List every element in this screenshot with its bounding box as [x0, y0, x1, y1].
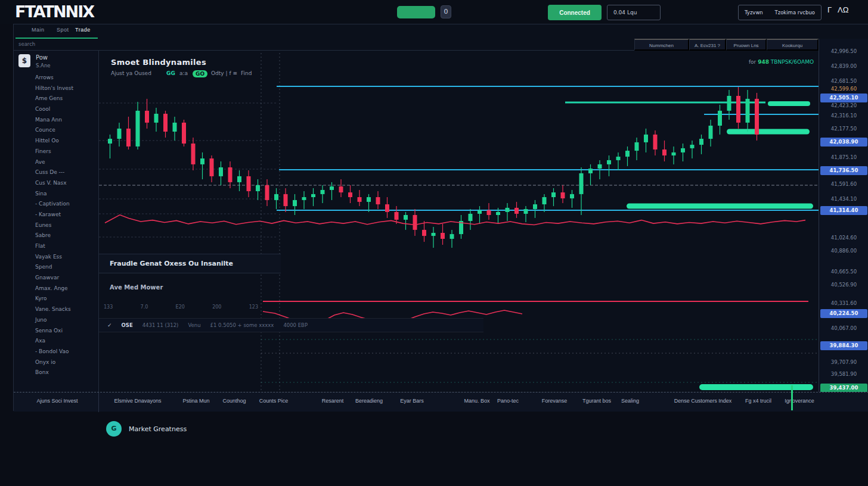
tab-trade[interactable]: Trade	[75, 27, 91, 33]
watchlist-item[interactable]: Vane. Snacks	[14, 306, 98, 317]
candle	[533, 204, 537, 209]
series-value-3: £1 0.5050 + some xxxxx	[210, 322, 274, 328]
price-level-badge[interactable]: 42,505.10	[820, 94, 867, 102]
watchlist-item[interactable]: Counce	[14, 127, 98, 138]
supply-demand-zone[interactable]	[627, 204, 813, 209]
bottom-toolbar-item[interactable]: Eyar Bars	[400, 398, 424, 404]
price-level-badge[interactable]: 39,884.30	[820, 341, 867, 350]
account-box[interactable]: Tyzvwn Tzokima rvcbuo	[738, 5, 822, 20]
watchlist-item[interactable]: Flat	[14, 243, 98, 254]
price-level-badge[interactable]: 39,437.00	[820, 384, 867, 392]
odty-control[interactable]: Odty | f ≡	[211, 70, 237, 76]
bottom-toolbar-item[interactable]: Counts Pice	[259, 398, 289, 404]
supply-demand-zone[interactable]	[727, 129, 810, 135]
tab-spot[interactable]: Spot	[57, 27, 69, 33]
bottom-toolbar-item[interactable]: Ignoverance	[785, 398, 814, 404]
candle	[404, 215, 408, 220]
indicator-tick: 133	[104, 304, 113, 310]
candle	[376, 197, 380, 204]
watchlist-item[interactable]: Arrows	[14, 74, 98, 85]
watchlist-item[interactable]: Eunes	[14, 222, 98, 233]
find-control[interactable]: Find	[241, 70, 252, 76]
watchlist-item[interactable]: Sina	[14, 191, 98, 201]
bracket-icon[interactable]: Γ	[827, 5, 832, 14]
watchlist-item[interactable]: Cuss De ---	[14, 169, 98, 180]
watchlist-item[interactable]: Onyx io	[14, 359, 98, 370]
price-level-badge[interactable]: 41,736.50	[820, 166, 867, 175]
tab-main[interactable]: Main	[32, 27, 45, 33]
watchlist-item[interactable]: Bonx	[14, 369, 98, 380]
bottom-toolbar-item[interactable]: Elsmive Dnavayons	[114, 398, 161, 404]
chart-tab-3[interactable]: Pruown Lns	[726, 39, 767, 51]
bottom-toolbar-item[interactable]: Dense Customers Index	[674, 398, 732, 404]
watchlist-item[interactable]: Kyro	[14, 295, 98, 306]
bottom-toolbar-item[interactable]: Pstina Mun	[182, 398, 209, 404]
connected-button[interactable]: Connected	[548, 5, 602, 20]
watchlist-item[interactable]: Juno	[14, 317, 98, 328]
bottom-toolbar-item[interactable]: Counthog	[222, 398, 246, 404]
supply-demand-zone[interactable]	[699, 384, 813, 390]
chart-tab-1[interactable]: Nummchen	[634, 39, 689, 51]
watchlist-item[interactable]: Axa	[14, 338, 98, 348]
watchlist-item[interactable]: Mana Ann	[14, 117, 98, 127]
bottom-toolbar-item[interactable]: Ajuns Soci Invest	[36, 398, 78, 404]
price-axis-label: 42,996.50	[819, 48, 868, 54]
bottom-toolbar-item[interactable]: Fg x4 trucil	[745, 398, 771, 404]
watchlist-item[interactable]: Vayak Ess	[14, 254, 98, 264]
status-pill[interactable]	[397, 6, 435, 18]
series-value-4: 4000 EBP	[283, 322, 308, 328]
bottom-toolbar-item[interactable]: Forevanse	[542, 398, 568, 404]
search-input[interactable]: search	[18, 41, 35, 47]
go-toggle[interactable]: GO	[193, 70, 207, 77]
overlay-value: 948	[758, 59, 769, 65]
gg-toggle[interactable]: GG	[166, 70, 175, 76]
price-level-badge[interactable]: 41,314.40	[820, 206, 867, 215]
bottom-toolbar-item[interactable]: Pano-tec	[497, 398, 519, 404]
indicator-series-row[interactable]: ✓ OSE 4431 11 (312) Venu £1 0.5050 + som…	[99, 318, 483, 332]
bottom-toolbar-item[interactable]: Manu. Box	[464, 398, 489, 404]
watchlist-item[interactable]: Ave	[14, 159, 98, 170]
balance-box[interactable]: 0.04 Lqu	[607, 5, 661, 20]
watchlist-head[interactable]: $ Pow S.Ane	[18, 54, 51, 68]
notification-count-badge[interactable]: 0	[441, 5, 451, 18]
candle	[302, 197, 306, 200]
price-axis-label: 40,526.90	[819, 282, 868, 288]
profile-icon[interactable]: ΛΩ	[838, 5, 848, 14]
price-axis-label: 41,591.60	[819, 181, 868, 187]
check-icon[interactable]: ✓	[107, 322, 112, 328]
chart-tab-2[interactable]: A. Ecv231 ?	[689, 39, 726, 51]
candle	[681, 148, 685, 152]
price-level-badge[interactable]: 42,038.90	[820, 138, 867, 147]
chart-tab-4[interactable]: Kookurqu	[767, 39, 819, 51]
watchlist-item[interactable]: - Karawet	[14, 211, 98, 222]
watchlist-item[interactable]: - Bondol Vao	[14, 348, 98, 359]
candle	[247, 176, 251, 191]
watchlist-item[interactable]: Gnawvar	[14, 275, 98, 285]
candlestick-chart-canvas[interactable]	[99, 51, 819, 392]
watchlist-item[interactable]: Finers	[14, 148, 98, 159]
watchlist-head-sub: S.Ane	[36, 63, 51, 68]
bottom-toolbar-item[interactable]: Tgurant bos	[582, 398, 611, 404]
bottom-toolbar-item[interactable]: Sealing	[621, 398, 639, 404]
price-axis-label: 40,067.00	[819, 325, 868, 331]
watchlist-item[interactable]: Sabre	[14, 232, 98, 243]
watchlist-item[interactable]: Hilton's Invest	[14, 85, 98, 96]
bottom-toolbar-item[interactable]: Bereadieng	[355, 398, 383, 404]
price-level-badge[interactable]: 40,224.50	[820, 309, 867, 318]
watchlist-item[interactable]: Hittel Oo	[14, 138, 98, 148]
watchlist-item[interactable]: Ame Gens	[14, 95, 98, 106]
watchlist-item[interactable]: Amax. Ange	[14, 285, 98, 296]
watchlist-item[interactable]: Senna Oxi	[14, 328, 98, 338]
bottom-toolbar-item[interactable]: Resarent	[322, 398, 344, 404]
price-axis: 42,996.5042,839.0042,681.5042,599.6042,5…	[819, 39, 868, 412]
watchlist-item[interactable]: - Captivation	[14, 201, 98, 211]
watchlist-item[interactable]: Cus V. Nasx	[14, 180, 98, 191]
footer-chip[interactable]: G Market Greatness	[106, 421, 187, 437]
supply-demand-zone[interactable]	[768, 101, 810, 106]
watchlist-item[interactable]: Coool	[14, 106, 98, 117]
candle	[551, 192, 556, 197]
candle	[154, 114, 159, 123]
candle	[432, 233, 436, 236]
adjust-control[interactable]: Ajust ya Oused	[111, 70, 151, 76]
watchlist-item[interactable]: Spend	[14, 264, 98, 275]
